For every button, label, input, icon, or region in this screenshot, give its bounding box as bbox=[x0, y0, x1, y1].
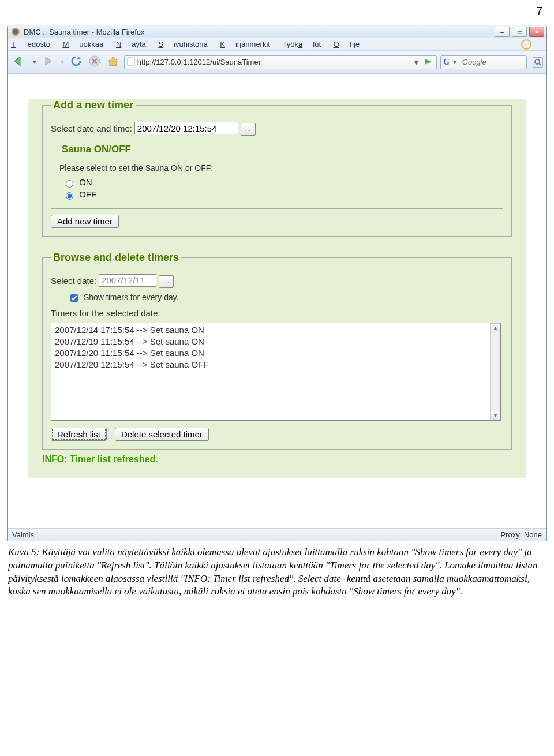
nav-toolbar: ▼ ▼ ▼ G ▼ bbox=[8, 51, 546, 74]
delete-timer-button[interactable]: Delete selected timer bbox=[115, 428, 209, 441]
forward-button[interactable] bbox=[41, 54, 56, 70]
menu-muokkaa[interactable]: Muokkaa bbox=[63, 40, 104, 48]
radio-off-label: OFF bbox=[79, 189, 96, 199]
search-box[interactable]: G ▼ bbox=[440, 55, 527, 69]
timer-listbox[interactable]: 2007/12/14 17:15:54 --> Set sauna ON 200… bbox=[51, 323, 501, 421]
list-item[interactable]: 2007/12/20 11:15:54 --> Set sauna ON bbox=[51, 347, 500, 359]
page-content: Add a new timer Select date and time: Sa… bbox=[8, 74, 546, 528]
refresh-list-button[interactable]: Refresh list bbox=[51, 428, 107, 441]
status-right: Proxy: None bbox=[500, 530, 542, 539]
svg-point-1 bbox=[13, 29, 18, 35]
url-input[interactable] bbox=[135, 58, 411, 66]
list-item[interactable]: 2007/12/19 11:15:54 --> Set sauna ON bbox=[51, 336, 500, 347]
address-bar[interactable]: ▼ bbox=[124, 55, 437, 69]
svg-rect-10 bbox=[128, 57, 134, 65]
add-timer-fieldset: Add a new timer Select date and time: Sa… bbox=[42, 99, 512, 237]
search-engine-icon[interactable]: G bbox=[443, 58, 450, 67]
menu-ohje[interactable]: Ohje bbox=[334, 40, 360, 48]
app-panel: Add a new timer Select date and time: Sa… bbox=[28, 99, 526, 478]
sauna-prompt-label: Please select to set the Sauna ON or OFF… bbox=[59, 163, 495, 173]
window-title: DMC :: Sauna timer - Mozilla Firefox bbox=[24, 28, 543, 36]
figure-caption: Kuva 5: Käyttäjä voi valita näytettäväks… bbox=[0, 541, 554, 607]
show-every-checkbox[interactable] bbox=[70, 294, 78, 302]
select-date-label: Select date: bbox=[51, 275, 96, 285]
datetime-input[interactable] bbox=[134, 122, 238, 134]
browse-delete-legend: Browse and delete timers bbox=[51, 252, 181, 264]
back-button[interactable] bbox=[11, 53, 28, 71]
stop-button[interactable] bbox=[87, 54, 102, 70]
forward-dropdown-icon[interactable]: ▼ bbox=[59, 59, 65, 65]
timers-for-label: Timers for the selected date: bbox=[51, 308, 503, 318]
page-type-icon bbox=[127, 57, 135, 68]
statusbar: Valmis Proxy: None bbox=[8, 528, 546, 541]
radio-off[interactable] bbox=[66, 192, 73, 200]
svg-marker-4 bbox=[46, 57, 51, 65]
svg-point-2 bbox=[522, 40, 531, 49]
url-history-dropdown-icon[interactable]: ▼ bbox=[411, 57, 421, 68]
select-datetime-label: Select date and time: bbox=[51, 123, 132, 133]
go-button-icon[interactable] bbox=[424, 57, 434, 68]
list-item[interactable]: 2007/12/14 17:15:54 --> Set sauna ON bbox=[51, 324, 500, 336]
svg-point-12 bbox=[535, 59, 540, 64]
svg-line-13 bbox=[539, 63, 541, 65]
radio-on[interactable] bbox=[66, 180, 73, 188]
sauna-onoff-legend: Sauna ON/OFF bbox=[59, 144, 133, 155]
add-timer-legend: Add a new timer bbox=[51, 99, 136, 111]
add-timer-button[interactable]: Add new timer bbox=[51, 215, 119, 228]
datetime-picker-button[interactable] bbox=[241, 123, 256, 136]
window-maximize-button[interactable]: ▭ bbox=[512, 27, 527, 37]
browser-window: DMC :: Sauna timer - Mozilla Firefox – ▭… bbox=[7, 25, 547, 541]
date-input bbox=[99, 274, 156, 287]
sauna-onoff-fieldset: Sauna ON/OFF Please select to set the Sa… bbox=[51, 144, 503, 209]
scroll-up-icon[interactable]: ▲ bbox=[491, 323, 500, 332]
reload-button[interactable] bbox=[69, 54, 84, 70]
listbox-scrollbar[interactable]: ▲ ▼ bbox=[490, 323, 500, 420]
titlebar: DMC :: Sauna timer - Mozilla Firefox – ▭… bbox=[8, 25, 546, 38]
window-minimize-button[interactable]: – bbox=[495, 27, 510, 37]
svg-marker-9 bbox=[108, 57, 118, 66]
back-dropdown-icon[interactable]: ▼ bbox=[32, 59, 38, 65]
svg-marker-3 bbox=[14, 57, 20, 66]
svg-marker-5 bbox=[77, 57, 81, 59]
radio-on-label: ON bbox=[79, 177, 92, 187]
show-every-label: Show timers for every day. bbox=[84, 293, 179, 302]
menu-kirjanmerkit[interactable]: Kirjanmerkit bbox=[220, 40, 270, 48]
search-go-icon[interactable] bbox=[533, 57, 543, 68]
browse-delete-fieldset: Browse and delete timers Select date: Sh… bbox=[42, 252, 512, 450]
menu-tiedosto[interactable]: Tiedosto bbox=[11, 40, 50, 48]
menubar: Tiedosto Muokkaa Näytä Sivuhistoria Kirj… bbox=[8, 38, 546, 51]
activity-indicator-icon bbox=[521, 39, 531, 50]
scroll-down-icon[interactable]: ▼ bbox=[491, 411, 500, 420]
list-item[interactable]: 2007/12/20 12:15:54 --> Set sauna OFF bbox=[51, 359, 500, 370]
home-button[interactable] bbox=[106, 54, 121, 70]
date-picker-button[interactable] bbox=[159, 275, 174, 288]
info-message: INFO: Timer list refreshed. bbox=[42, 454, 512, 465]
page-number: 7 bbox=[0, 0, 554, 18]
status-left: Valmis bbox=[12, 530, 34, 539]
search-engine-dropdown-icon[interactable]: ▼ bbox=[452, 59, 458, 65]
menu-nayta[interactable]: Näytä bbox=[116, 40, 146, 48]
svg-marker-11 bbox=[425, 59, 432, 65]
menu-tyokalut[interactable]: Työkalut bbox=[283, 40, 321, 48]
window-close-button[interactable]: ✕ bbox=[529, 27, 544, 37]
menu-sivuhistoria[interactable]: Sivuhistoria bbox=[158, 40, 207, 48]
firefox-icon bbox=[11, 27, 20, 36]
